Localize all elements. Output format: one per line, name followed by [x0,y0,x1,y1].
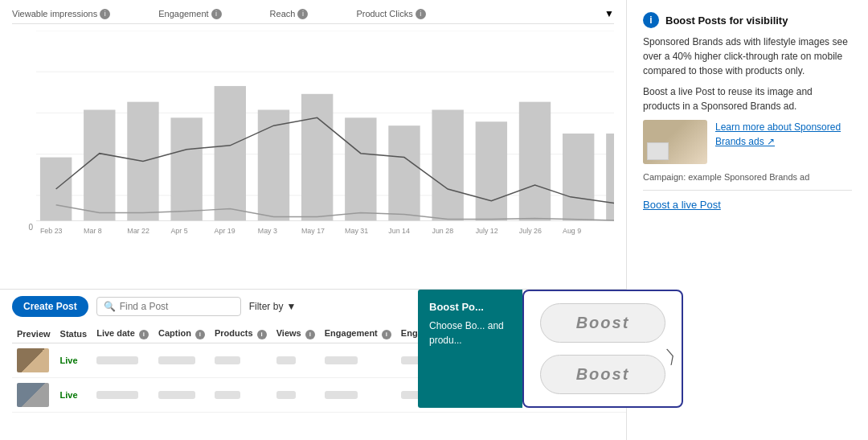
placeholder-bar [96,356,138,364]
col-info-icon[interactable]: i [305,330,315,339]
cell-live-date [92,377,154,412]
cell-status: Live [55,377,92,412]
svg-rect-17 [519,102,551,221]
placeholder-bar [215,391,240,399]
status-badge: Live [60,356,78,365]
boost-panel-title: Boost Po... [429,299,511,315]
svg-rect-9 [170,117,202,220]
svg-text:May 17: May 17 [301,227,325,235]
tab-label: Viewable impressions [12,9,97,19]
y-axis: 0 [12,31,36,232]
chart-expand-icon[interactable]: ▼ [604,8,614,19]
tab-info-icon-1[interactable]: i [211,9,222,19]
boost-buttons-panel: Boost Boost 〉 [522,290,683,408]
chevron-down-icon: ▼ [286,301,296,312]
col-info-icon[interactable]: i [257,330,267,339]
ad-preview-image [643,120,707,164]
campaign-text: Campaign: example Sponsored Brands ad [643,172,852,182]
cell-engagement [320,377,396,412]
svg-rect-11 [258,109,289,220]
svg-rect-13 [345,117,376,220]
filter-label: Filter by [249,301,284,312]
boost-button-1[interactable]: Boost [540,303,665,343]
ad-preview: Learn more about Sponsored Brands ads ↗ [643,120,852,164]
svg-text:Mar 22: Mar 22 [127,227,149,235]
create-post-button[interactable]: Create Post [12,296,88,317]
svg-text:May 31: May 31 [345,227,368,235]
col-views: Views i [272,325,320,343]
tab-info-icon-0[interactable]: i [100,9,110,19]
boost-choose-panel: Boost Po... Choose Bo... and produ... [418,290,522,408]
cursor-icon: 〉 [665,345,676,367]
col-caption: Caption i [154,325,210,343]
boost-live-post-link[interactable]: Boost a live Post [643,190,852,211]
col-live-date: Live date i [92,325,154,343]
cell-products [210,377,272,412]
placeholder-bar [158,356,195,364]
cell-preview [12,343,55,377]
tip-title: Boost Posts for visibility [665,14,788,27]
svg-text:Apr 19: Apr 19 [215,227,235,235]
tab-viewable-impressions[interactable]: Viewable impressions i [12,8,110,19]
tab-label: Product Clicks [356,9,412,19]
preview-thumbnail [17,348,49,372]
chart-wrapper: 0 [12,31,614,256]
placeholder-bar [276,391,296,399]
placeholder-bar [276,356,296,364]
tip-header: i Boost Posts for visibility [643,12,852,28]
col-info-icon[interactable]: i [382,330,391,339]
tip-text-2: Boost a live Post to reuse its image and… [643,84,852,113]
preview-thumbnail [17,383,49,407]
tip-info-icon: i [643,12,659,28]
col-preview: Preview [12,325,55,343]
tab-info-icon-3[interactable]: i [416,9,426,19]
svg-rect-19 [606,134,614,220]
search-input[interactable] [120,301,234,312]
tab-label: Engagement [158,9,208,19]
svg-text:Mar 8: Mar 8 [84,227,102,235]
cell-views [272,343,320,377]
cell-live-date [92,343,154,377]
svg-rect-16 [476,121,507,220]
placeholder-bar [325,391,358,399]
col-status: Status [55,325,92,343]
cell-preview [12,377,55,412]
svg-text:July 12: July 12 [476,227,498,235]
svg-text:Jun 28: Jun 28 [432,227,453,235]
tab-label: Reach [270,9,296,19]
tab-reach[interactable]: Reach i [270,8,309,19]
col-engagement: Engagement i [320,325,396,343]
col-products: Products i [210,325,272,343]
col-info-icon[interactable]: i [195,330,205,339]
svg-text:July 26: July 26 [519,227,542,235]
status-badge: Live [60,390,78,400]
search-icon: 🔍 [104,301,116,312]
svg-text:May 3: May 3 [258,227,277,235]
svg-text:Apr 5: Apr 5 [170,227,187,235]
filter-button[interactable]: Filter by ▼ [249,301,297,312]
tip-card: i Boost Posts for visibility Sponsored B… [643,12,852,211]
chart-tabs: Viewable impressions i Engagement i Reac… [12,8,614,24]
search-input-wrap: 🔍 [96,297,241,316]
boost-button-2[interactable]: Boost [540,355,665,394]
tab-engagement[interactable]: Engagement i [158,8,221,19]
svg-rect-15 [432,109,463,220]
cell-caption [154,343,210,377]
svg-text:Aug 9: Aug 9 [563,227,581,235]
cell-views [272,377,320,412]
tip-text-1: Sponsored Brands ads with lifestyle imag… [643,35,852,78]
chart-svg: Feb 23 Mar 8 Mar 22 Apr 5 Apr 19 May 3 M… [36,31,614,236]
svg-rect-7 [84,109,115,220]
col-info-icon[interactable]: i [139,330,149,339]
tab-product-clicks[interactable]: Product Clicks i [356,8,425,19]
placeholder-bar [158,391,195,399]
svg-rect-6 [40,158,72,221]
cell-caption [154,377,210,412]
ad-link[interactable]: Learn more about Sponsored Brands ads ↗ [715,120,852,149]
placeholder-bar [96,391,138,399]
svg-text:Jun 14: Jun 14 [388,227,410,235]
svg-rect-18 [563,134,594,220]
boost-panel-text: Choose Bo... and produ... [429,320,504,346]
tab-info-icon-2[interactable]: i [297,9,308,19]
y-label-zero: 0 [12,223,36,232]
